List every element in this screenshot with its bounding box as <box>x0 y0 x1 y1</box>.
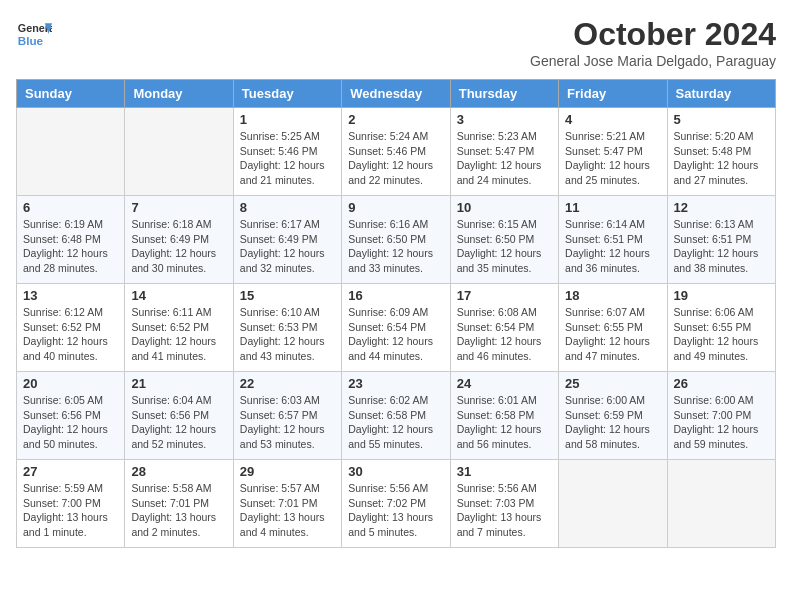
calendar-cell: 19Sunrise: 6:06 AM Sunset: 6:55 PM Dayli… <box>667 284 775 372</box>
day-number: 23 <box>348 376 443 391</box>
calendar-cell: 23Sunrise: 6:02 AM Sunset: 6:58 PM Dayli… <box>342 372 450 460</box>
day-info: Sunrise: 5:56 AM Sunset: 7:02 PM Dayligh… <box>348 481 443 540</box>
calendar-cell: 2Sunrise: 5:24 AM Sunset: 5:46 PM Daylig… <box>342 108 450 196</box>
calendar-cell: 25Sunrise: 6:00 AM Sunset: 6:59 PM Dayli… <box>559 372 667 460</box>
calendar-cell: 12Sunrise: 6:13 AM Sunset: 6:51 PM Dayli… <box>667 196 775 284</box>
calendar-cell: 31Sunrise: 5:56 AM Sunset: 7:03 PM Dayli… <box>450 460 558 548</box>
day-info: Sunrise: 5:24 AM Sunset: 5:46 PM Dayligh… <box>348 129 443 188</box>
day-info: Sunrise: 5:57 AM Sunset: 7:01 PM Dayligh… <box>240 481 335 540</box>
page-header: General Blue October 2024 General Jose M… <box>16 16 776 69</box>
day-number: 13 <box>23 288 118 303</box>
day-number: 20 <box>23 376 118 391</box>
col-header-sunday: Sunday <box>17 80 125 108</box>
calendar-cell: 11Sunrise: 6:14 AM Sunset: 6:51 PM Dayli… <box>559 196 667 284</box>
day-number: 5 <box>674 112 769 127</box>
month-title: October 2024 <box>530 16 776 53</box>
calendar-cell: 10Sunrise: 6:15 AM Sunset: 6:50 PM Dayli… <box>450 196 558 284</box>
calendar-cell: 6Sunrise: 6:19 AM Sunset: 6:48 PM Daylig… <box>17 196 125 284</box>
calendar-cell: 18Sunrise: 6:07 AM Sunset: 6:55 PM Dayli… <box>559 284 667 372</box>
calendar-cell: 1Sunrise: 5:25 AM Sunset: 5:46 PM Daylig… <box>233 108 341 196</box>
calendar-week-row: 20Sunrise: 6:05 AM Sunset: 6:56 PM Dayli… <box>17 372 776 460</box>
calendar-cell: 14Sunrise: 6:11 AM Sunset: 6:52 PM Dayli… <box>125 284 233 372</box>
day-number: 14 <box>131 288 226 303</box>
calendar-cell: 13Sunrise: 6:12 AM Sunset: 6:52 PM Dayli… <box>17 284 125 372</box>
day-number: 16 <box>348 288 443 303</box>
day-number: 19 <box>674 288 769 303</box>
day-info: Sunrise: 6:12 AM Sunset: 6:52 PM Dayligh… <box>23 305 118 364</box>
day-number: 2 <box>348 112 443 127</box>
day-number: 10 <box>457 200 552 215</box>
calendar-cell: 3Sunrise: 5:23 AM Sunset: 5:47 PM Daylig… <box>450 108 558 196</box>
day-info: Sunrise: 5:25 AM Sunset: 5:46 PM Dayligh… <box>240 129 335 188</box>
calendar-cell <box>667 460 775 548</box>
logo-icon: General Blue <box>16 16 52 52</box>
calendar-header-row: SundayMondayTuesdayWednesdayThursdayFrid… <box>17 80 776 108</box>
calendar-cell: 26Sunrise: 6:00 AM Sunset: 7:00 PM Dayli… <box>667 372 775 460</box>
col-header-tuesday: Tuesday <box>233 80 341 108</box>
day-info: Sunrise: 6:00 AM Sunset: 6:59 PM Dayligh… <box>565 393 660 452</box>
calendar-table: SundayMondayTuesdayWednesdayThursdayFrid… <box>16 79 776 548</box>
day-info: Sunrise: 6:09 AM Sunset: 6:54 PM Dayligh… <box>348 305 443 364</box>
day-info: Sunrise: 6:06 AM Sunset: 6:55 PM Dayligh… <box>674 305 769 364</box>
day-number: 22 <box>240 376 335 391</box>
day-info: Sunrise: 5:20 AM Sunset: 5:48 PM Dayligh… <box>674 129 769 188</box>
calendar-cell: 21Sunrise: 6:04 AM Sunset: 6:56 PM Dayli… <box>125 372 233 460</box>
calendar-cell <box>125 108 233 196</box>
calendar-week-row: 27Sunrise: 5:59 AM Sunset: 7:00 PM Dayli… <box>17 460 776 548</box>
calendar-cell: 15Sunrise: 6:10 AM Sunset: 6:53 PM Dayli… <box>233 284 341 372</box>
day-info: Sunrise: 6:10 AM Sunset: 6:53 PM Dayligh… <box>240 305 335 364</box>
calendar-cell: 22Sunrise: 6:03 AM Sunset: 6:57 PM Dayli… <box>233 372 341 460</box>
day-info: Sunrise: 6:03 AM Sunset: 6:57 PM Dayligh… <box>240 393 335 452</box>
day-number: 17 <box>457 288 552 303</box>
calendar-cell: 7Sunrise: 6:18 AM Sunset: 6:49 PM Daylig… <box>125 196 233 284</box>
calendar-cell <box>17 108 125 196</box>
col-header-friday: Friday <box>559 80 667 108</box>
calendar-cell: 27Sunrise: 5:59 AM Sunset: 7:00 PM Dayli… <box>17 460 125 548</box>
day-info: Sunrise: 5:23 AM Sunset: 5:47 PM Dayligh… <box>457 129 552 188</box>
col-header-saturday: Saturday <box>667 80 775 108</box>
day-number: 15 <box>240 288 335 303</box>
day-info: Sunrise: 6:07 AM Sunset: 6:55 PM Dayligh… <box>565 305 660 364</box>
day-number: 28 <box>131 464 226 479</box>
day-number: 26 <box>674 376 769 391</box>
day-info: Sunrise: 6:05 AM Sunset: 6:56 PM Dayligh… <box>23 393 118 452</box>
calendar-cell: 8Sunrise: 6:17 AM Sunset: 6:49 PM Daylig… <box>233 196 341 284</box>
calendar-cell: 29Sunrise: 5:57 AM Sunset: 7:01 PM Dayli… <box>233 460 341 548</box>
day-info: Sunrise: 6:04 AM Sunset: 6:56 PM Dayligh… <box>131 393 226 452</box>
day-number: 24 <box>457 376 552 391</box>
day-info: Sunrise: 6:19 AM Sunset: 6:48 PM Dayligh… <box>23 217 118 276</box>
calendar-cell: 9Sunrise: 6:16 AM Sunset: 6:50 PM Daylig… <box>342 196 450 284</box>
day-number: 27 <box>23 464 118 479</box>
calendar-cell: 16Sunrise: 6:09 AM Sunset: 6:54 PM Dayli… <box>342 284 450 372</box>
calendar-cell: 30Sunrise: 5:56 AM Sunset: 7:02 PM Dayli… <box>342 460 450 548</box>
day-info: Sunrise: 6:13 AM Sunset: 6:51 PM Dayligh… <box>674 217 769 276</box>
col-header-thursday: Thursday <box>450 80 558 108</box>
day-number: 18 <box>565 288 660 303</box>
calendar-cell: 24Sunrise: 6:01 AM Sunset: 6:58 PM Dayli… <box>450 372 558 460</box>
calendar-week-row: 13Sunrise: 6:12 AM Sunset: 6:52 PM Dayli… <box>17 284 776 372</box>
day-info: Sunrise: 6:02 AM Sunset: 6:58 PM Dayligh… <box>348 393 443 452</box>
day-info: Sunrise: 6:11 AM Sunset: 6:52 PM Dayligh… <box>131 305 226 364</box>
day-number: 29 <box>240 464 335 479</box>
day-number: 25 <box>565 376 660 391</box>
day-info: Sunrise: 6:16 AM Sunset: 6:50 PM Dayligh… <box>348 217 443 276</box>
day-number: 30 <box>348 464 443 479</box>
day-info: Sunrise: 5:21 AM Sunset: 5:47 PM Dayligh… <box>565 129 660 188</box>
day-info: Sunrise: 6:08 AM Sunset: 6:54 PM Dayligh… <box>457 305 552 364</box>
day-number: 11 <box>565 200 660 215</box>
day-number: 3 <box>457 112 552 127</box>
calendar-week-row: 1Sunrise: 5:25 AM Sunset: 5:46 PM Daylig… <box>17 108 776 196</box>
title-block: October 2024 General Jose Maria Delgado,… <box>530 16 776 69</box>
calendar-cell: 5Sunrise: 5:20 AM Sunset: 5:48 PM Daylig… <box>667 108 775 196</box>
day-number: 1 <box>240 112 335 127</box>
day-info: Sunrise: 5:56 AM Sunset: 7:03 PM Dayligh… <box>457 481 552 540</box>
calendar-cell: 17Sunrise: 6:08 AM Sunset: 6:54 PM Dayli… <box>450 284 558 372</box>
calendar-cell: 28Sunrise: 5:58 AM Sunset: 7:01 PM Dayli… <box>125 460 233 548</box>
svg-text:Blue: Blue <box>18 34 44 47</box>
day-info: Sunrise: 5:58 AM Sunset: 7:01 PM Dayligh… <box>131 481 226 540</box>
day-number: 6 <box>23 200 118 215</box>
logo: General Blue <box>16 16 52 52</box>
col-header-monday: Monday <box>125 80 233 108</box>
location-subtitle: General Jose Maria Delgado, Paraguay <box>530 53 776 69</box>
day-info: Sunrise: 6:15 AM Sunset: 6:50 PM Dayligh… <box>457 217 552 276</box>
